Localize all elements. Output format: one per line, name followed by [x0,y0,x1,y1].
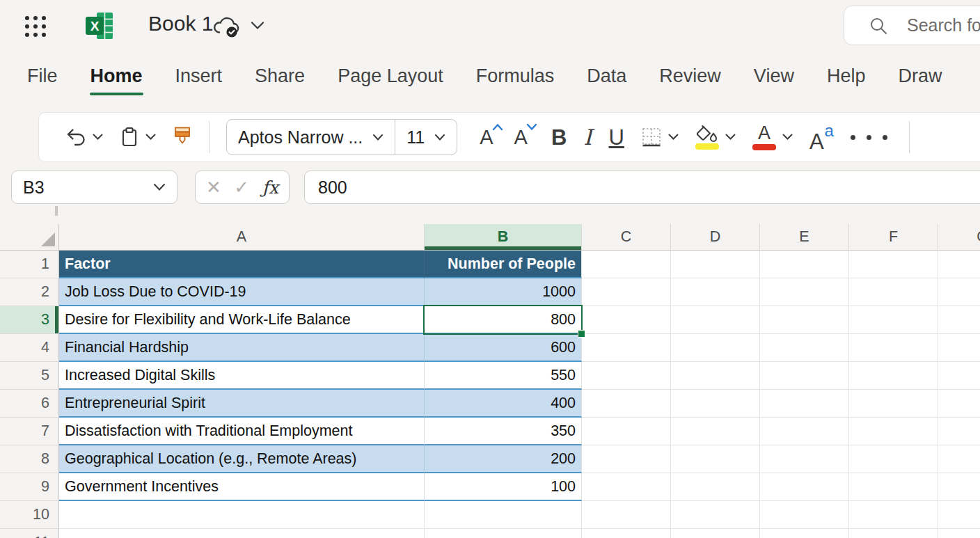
cell-E6[interactable] [760,390,849,418]
cell-C8[interactable] [582,445,671,473]
insert-function-icon[interactable]: ƒx [262,177,278,198]
row-header-11[interactable]: 11 [0,529,59,538]
row-header-6[interactable]: 6 [0,390,59,418]
cell-C6[interactable] [582,390,671,418]
tab-help[interactable]: Help [826,60,867,98]
cell-B5[interactable]: 550 [425,362,582,390]
tab-file[interactable]: File [26,60,58,98]
cell-B2[interactable]: 1000 [425,278,582,306]
cell-A5[interactable]: Increased Digital Skills [59,362,425,390]
row-header-10[interactable]: 10 [0,501,59,529]
undo-chevron-down-icon[interactable] [93,134,103,141]
italic-button[interactable]: I [583,127,592,148]
cell-E7[interactable] [760,418,849,445]
cell-C2[interactable] [582,278,671,306]
pane-splitter-handle[interactable] [55,206,58,216]
more-options-icon[interactable] [851,135,892,140]
cell-D7[interactable] [671,418,760,445]
cell-A9[interactable]: Government Incentives [59,473,425,501]
tab-data[interactable]: Data [586,60,627,98]
column-header-G[interactable]: G [938,224,980,251]
column-header-E[interactable]: E [760,224,849,251]
tab-review[interactable]: Review [658,60,722,98]
tab-view[interactable]: View [753,60,795,98]
cell-G1[interactable] [938,251,980,278]
font-name-select[interactable]: Aptos Narrow ... [227,120,395,155]
cell-E10[interactable] [760,501,849,529]
tab-page-layout[interactable]: Page Layout [337,60,444,98]
fill-color-button[interactable] [695,125,736,150]
workbook-title[interactable]: Book 1 [148,12,213,35]
column-header-F[interactable]: F [849,224,938,251]
cell-E8[interactable] [760,445,849,473]
row-header-2[interactable]: 2 [0,278,59,306]
formula-input[interactable]: 800 [304,171,980,204]
cell-D3[interactable] [671,306,760,334]
name-box[interactable]: B3 [11,171,177,204]
cloud-saved-icon[interactable] [211,15,242,39]
cell-E3[interactable] [760,306,849,334]
cell-B9[interactable]: 100 [425,473,582,501]
paste-chevron-down-icon[interactable] [145,134,156,141]
cell-A7[interactable]: Dissatisfaction with Traditional Employm… [59,418,425,445]
cell-D11[interactable] [671,529,760,538]
cell-G2[interactable] [938,278,980,306]
fill-color-chevron-down-icon[interactable] [725,134,736,141]
cell-F4[interactable] [849,334,938,362]
row-header-1[interactable]: 1 [0,251,59,278]
cell-F3[interactable] [849,306,938,334]
cell-F11[interactable] [849,529,938,538]
cell-C3[interactable] [582,306,671,334]
cell-E4[interactable] [760,334,849,362]
row-header-4[interactable]: 4 [0,334,59,362]
cell-F7[interactable] [849,418,938,445]
cell-F1[interactable] [849,251,938,278]
font-color-button[interactable]: A [752,124,793,150]
cell-E5[interactable] [760,362,849,390]
cell-B4[interactable]: 600 [425,334,582,362]
font-size-select[interactable]: 11 [395,120,457,155]
title-chevron-down-icon[interactable] [251,21,264,30]
paste-button[interactable] [120,127,156,148]
cell-D5[interactable] [671,362,760,390]
cell-A10[interactable] [59,501,425,529]
row-header-9[interactable]: 9 [0,473,59,501]
cell-F2[interactable] [849,278,938,306]
cell-G3[interactable] [938,306,980,334]
borders-button[interactable] [641,127,679,148]
cancel-icon[interactable]: ✕ [206,177,221,198]
bold-button[interactable]: B [551,127,567,148]
cell-G10[interactable] [938,501,980,529]
cell-B8[interactable]: 200 [425,445,582,473]
cell-E11[interactable] [760,529,849,538]
cell-C7[interactable] [582,418,671,445]
cell-E2[interactable] [760,278,849,306]
row-header-8[interactable]: 8 [0,445,59,473]
cell-D1[interactable] [671,251,760,278]
row-header-5[interactable]: 5 [0,362,59,390]
cell-G7[interactable] [938,418,980,445]
cell-B3[interactable]: 800 [425,306,582,334]
cell-F9[interactable] [849,473,938,501]
app-launcher-icon[interactable] [23,14,48,39]
cell-D2[interactable] [671,278,760,306]
tab-insert[interactable]: Insert [175,60,223,98]
cell-A3[interactable]: Desire for Flexibility and Work-Life Bal… [59,306,425,334]
row-header-7[interactable]: 7 [0,418,59,445]
select-all-corner[interactable] [0,224,59,251]
search-input[interactable]: Search fo [844,6,980,45]
tab-formulas[interactable]: Formulas [475,60,555,98]
cell-C1[interactable] [582,251,671,278]
cell-B1[interactable]: Number of People [425,251,582,278]
cell-B6[interactable]: 400 [425,390,582,418]
cell-E1[interactable] [760,251,849,278]
cell-B7[interactable]: 350 [425,418,582,445]
column-header-C[interactable]: C [582,224,671,251]
column-header-A[interactable]: A [59,224,425,251]
cell-C4[interactable] [582,334,671,362]
confirm-icon[interactable]: ✓ [234,177,249,198]
tab-share[interactable]: Share [254,60,306,98]
tab-home[interactable]: Home [90,60,143,98]
cell-G6[interactable] [938,390,980,418]
cell-F6[interactable] [849,390,938,418]
